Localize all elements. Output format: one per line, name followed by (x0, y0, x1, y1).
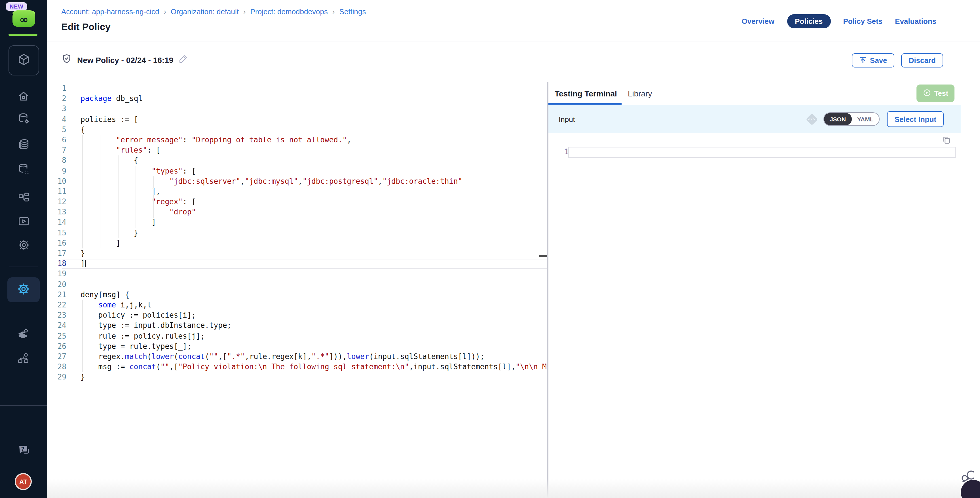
shield-check-icon (61, 53, 72, 66)
sidebar-item-db-instances[interactable] (0, 138, 47, 151)
sidebar-item-pipelines[interactable] (0, 191, 47, 204)
discard-button[interactable]: Discard (902, 53, 943, 67)
test-button[interactable]: Test (916, 84, 955, 102)
code-line[interactable]: deny[msg] { (62, 290, 547, 300)
layers-gear-icon (17, 327, 30, 340)
sidebar-item-settings[interactable] (0, 239, 47, 251)
code-line[interactable]: } (62, 228, 547, 238)
nav-policies[interactable]: Policies (787, 14, 830, 29)
code-line[interactable]: type = rule.types[_]; (62, 341, 547, 352)
play-circle-icon (923, 88, 931, 99)
select-input-button[interactable]: Select Input (887, 111, 944, 127)
sidebar-item-tutorials[interactable] (0, 215, 47, 228)
edit-pencil-icon[interactable] (178, 54, 188, 66)
code-line[interactable]: ] (62, 218, 547, 228)
avatar[interactable]: AT (15, 473, 32, 490)
input-label: Input (558, 115, 575, 123)
code-line[interactable]: type := input.dbInstance.type; (62, 321, 547, 331)
input-bar: Input </> JSONYAML Select Input (549, 105, 961, 133)
sidebar: NEW ∞ (0, 0, 47, 498)
code-line[interactable]: some i,j,k,l (62, 300, 547, 310)
code-line[interactable]: "rules": [ (62, 145, 547, 156)
database-stack-icon (17, 138, 30, 151)
code-line[interactable]: "types": [ (62, 166, 547, 176)
copy-icon[interactable] (942, 135, 951, 147)
nav-policy-sets[interactable]: Policy Sets (843, 17, 883, 25)
code-line[interactable]: msg := concat("",["Policy violation:\n T… (62, 362, 547, 372)
nav-evaluations[interactable]: Evaluations (895, 17, 936, 25)
indent-guide (82, 135, 83, 248)
input-line-number: 1 (561, 147, 569, 156)
sidebar-item-db-settings[interactable] (0, 112, 47, 125)
code-line[interactable]: } (62, 248, 547, 259)
gear-icon (17, 239, 30, 251)
sidebar-item-help[interactable]: ? (0, 443, 47, 457)
code-line[interactable]: policies := [ (62, 114, 547, 124)
breadcrumb-link[interactable]: Project: demodbdevops (250, 7, 328, 16)
format-option-json[interactable]: JSON (824, 113, 851, 125)
code-line[interactable]: { (62, 125, 547, 135)
sidebar-item-layers-settings[interactable] (0, 327, 47, 340)
breadcrumb-link[interactable]: Account: app-harness-ng-cicd (61, 7, 159, 16)
code-line[interactable] (62, 104, 547, 114)
breadcrumb-link[interactable]: Organization: default (171, 7, 239, 16)
format-toggle[interactable]: JSONYAML (824, 112, 880, 126)
indent-guide (82, 300, 83, 372)
card-right-border (961, 82, 961, 498)
indent-guide (135, 166, 136, 228)
harness-db-devops-logo[interactable]: ∞ (13, 10, 35, 29)
tab-testing-terminal[interactable]: Testing Terminal (549, 82, 622, 105)
code-line[interactable]: ] (62, 259, 547, 269)
code-line[interactable]: ] (62, 238, 547, 248)
code-line[interactable]: policy := policies[i]; (62, 310, 547, 320)
module-selector[interactable] (8, 45, 39, 75)
code-line[interactable]: "regex": [ (62, 197, 547, 207)
sidebar-item-db-schemas[interactable] (0, 163, 47, 175)
chevron-right-icon: › (164, 7, 166, 16)
code-line[interactable]: } (62, 372, 547, 383)
indent-guide (100, 135, 100, 248)
code-line[interactable] (62, 269, 547, 279)
panel-tabs: Testing TerminalLibrary (549, 82, 961, 105)
header-nav: OverviewPoliciesPolicy SetsEvaluations (741, 14, 936, 29)
code-line[interactable]: regex.match(lower(concat("",[".*",rule.r… (62, 352, 547, 362)
code-format-icon: </> (806, 113, 818, 125)
sidebar-divider (9, 267, 38, 267)
code-line[interactable]: "jdbc:sqlserver","jdbc:mysql","jdbc:post… (62, 176, 547, 186)
database-grid-icon (17, 163, 30, 175)
input-editor[interactable]: 1 (549, 133, 961, 498)
code-line[interactable]: { (62, 156, 547, 166)
sidebar-item-project-settings-active[interactable] (7, 277, 40, 302)
code-line[interactable]: "error_message": "Dropping of table is n… (62, 135, 547, 145)
save-button[interactable]: Save (852, 53, 895, 67)
format-option-yaml[interactable]: YAML (851, 113, 879, 125)
sidebar-bottom-divider (0, 405, 47, 406)
policy-code-editor[interactable]: 1234567891011121314151617181920212223242… (47, 82, 547, 498)
sidebar-item-home[interactable] (0, 90, 47, 102)
indent-guide (118, 156, 119, 238)
breadcrumb-link[interactable]: Settings (339, 7, 366, 16)
sidebar-item-org-settings[interactable] (0, 352, 47, 365)
video-play-icon (17, 215, 30, 228)
code-line[interactable]: "drop" (62, 207, 547, 218)
logo-underline (8, 34, 37, 36)
code-line[interactable]: package db_sql (62, 94, 547, 104)
nav-overview[interactable]: Overview (741, 17, 775, 25)
tab-library[interactable]: Library (622, 82, 657, 105)
hierarchy-icon (17, 191, 30, 204)
page-header: Account: app-harness-ng-cicd›Organizatio… (47, 0, 980, 41)
chevron-right-icon: › (332, 7, 335, 16)
breadcrumb: Account: app-harness-ng-cicd›Organizatio… (61, 7, 366, 16)
code-line[interactable] (62, 83, 547, 94)
org-gear-icon (17, 352, 30, 365)
home-icon (18, 90, 30, 102)
code-line[interactable]: rule := policy.rules[j]; (62, 331, 547, 341)
code-line[interactable]: ], (62, 187, 547, 197)
gear-active-icon (17, 282, 30, 298)
code-line[interactable] (62, 279, 547, 290)
input-current-line[interactable] (568, 147, 956, 158)
indent-guide (153, 177, 154, 218)
editor-code[interactable]: package db_sqlpolicies := [{ "error_mess… (62, 83, 547, 383)
svg-text:?: ? (21, 446, 24, 452)
policy-name: New Policy - 02/24 - 16:19 (77, 55, 173, 64)
